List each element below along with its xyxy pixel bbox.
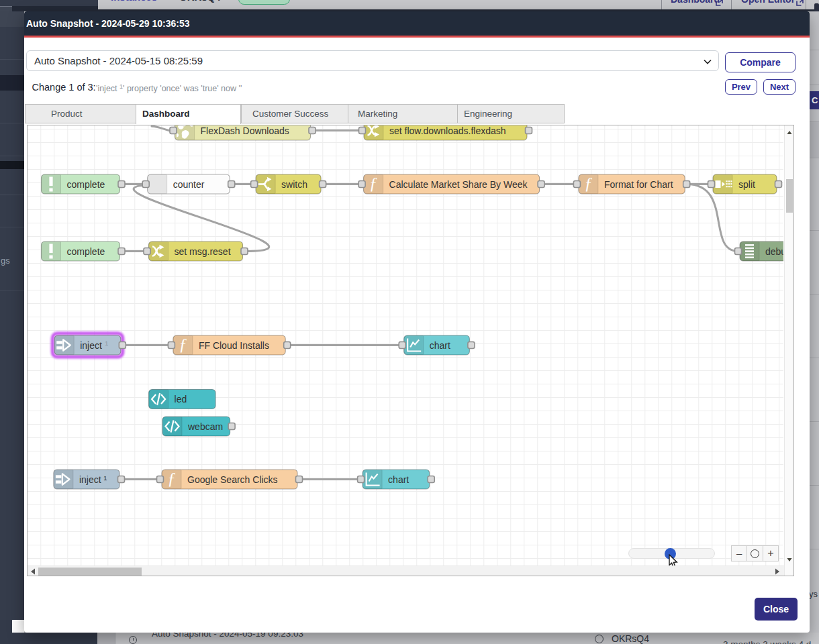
svg-text:set msg.reset: set msg.reset (175, 246, 231, 257)
svg-text:inject: inject (80, 340, 102, 351)
svg-text:chart: chart (388, 474, 409, 485)
svg-text:webcam: webcam (187, 421, 223, 432)
svg-text:1: 1 (105, 340, 108, 347)
svg-text:Format for Chart: Format for Chart (604, 179, 673, 190)
svg-text:counter: counter (173, 179, 205, 190)
svg-text:Google Search Clicks: Google Search Clicks (187, 474, 278, 485)
svg-text:debug: debug (765, 246, 783, 257)
svg-text:ƒ: ƒ (167, 470, 176, 488)
svg-text:inject ¹: inject ¹ (79, 474, 107, 485)
svg-text:set flow.downloads.flexdash: set flow.downloads.flexdash (389, 125, 506, 136)
svg-text:complete: complete (67, 179, 105, 190)
svg-text:FF Cloud Installs: FF Cloud Installs (199, 340, 269, 351)
svg-text:chart: chart (430, 340, 450, 351)
svg-text:led: led (175, 394, 187, 405)
svg-text:FlexDash Downloads: FlexDash Downloads (201, 125, 289, 136)
svg-text:ƒ: ƒ (584, 174, 593, 193)
svg-text:split: split (738, 179, 755, 190)
svg-text:ƒ: ƒ (179, 335, 187, 354)
svg-text:ƒ: ƒ (369, 174, 378, 193)
svg-text:switch: switch (281, 179, 307, 190)
svg-text:complete: complete (67, 246, 105, 257)
svg-text:Calculate Market Share By Week: Calculate Market Share By Week (389, 179, 528, 190)
